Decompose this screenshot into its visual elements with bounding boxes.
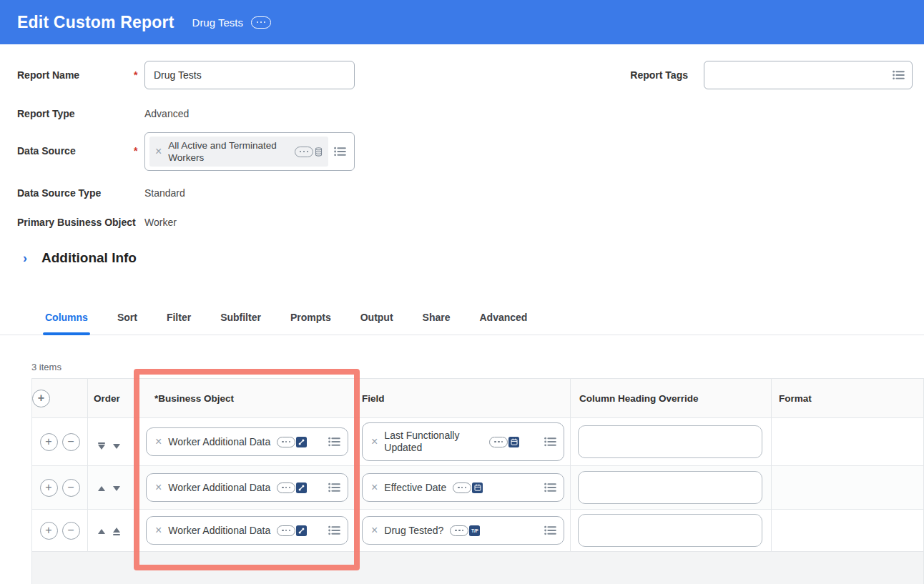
business-object-value: Worker Additional Data (168, 436, 270, 448)
tab-bar: ColumnsSortFilterSubfilterPromptsOutputS… (0, 312, 924, 335)
report-name-subtitle: Drug Tests (192, 16, 243, 29)
remove-selection-icon[interactable]: × (371, 436, 378, 447)
prompt-icon[interactable] (544, 482, 556, 493)
grid-footer (32, 552, 924, 584)
column-heading-override-input[interactable] (578, 471, 762, 504)
tab-share[interactable]: Share (423, 312, 451, 335)
data-source-value: All Active and Terminated Workers (168, 139, 288, 164)
data-source-database-icon (315, 147, 323, 157)
column-heading-override-input[interactable] (578, 425, 762, 458)
items-count: 3 items (31, 362, 924, 372)
tab-prompts[interactable]: Prompts (290, 312, 331, 335)
field-value: Effective Date (384, 482, 446, 494)
insert-row-button[interactable]: + (40, 433, 58, 451)
business-object-select[interactable]: ×Worker Additional Data (146, 473, 348, 502)
tab-filter[interactable]: Filter (167, 312, 191, 335)
format-cell (772, 418, 924, 466)
prompt-icon[interactable] (334, 147, 346, 157)
prompt-icon[interactable] (328, 525, 340, 535)
tab-advanced[interactable]: Advanced (480, 312, 528, 335)
report-name-label: Report Name (17, 69, 134, 81)
report-tags-input[interactable] (704, 61, 913, 89)
calendar-icon (508, 437, 519, 447)
primary-business-object-label: Primary Business Object (17, 217, 134, 228)
column-heading-override-input[interactable] (578, 514, 762, 547)
ellipsis-menu-icon[interactable] (277, 482, 295, 493)
true-false-icon: T/F (469, 525, 480, 536)
prompt-icon[interactable] (328, 437, 340, 447)
order-move-up-icon[interactable] (98, 486, 105, 491)
tab-output[interactable]: Output (360, 312, 393, 335)
data-source-type-label: Data Source Type (17, 187, 134, 199)
remove-selection-icon[interactable]: × (371, 525, 378, 536)
table-row: +−×Worker Additional Data×Drug Tested?T/… (32, 510, 924, 552)
report-subtitle: Drug Tests (192, 16, 271, 29)
remove-selection-icon[interactable]: × (155, 436, 162, 447)
data-source-selected-pill: × All Active and Terminated Workers (149, 137, 328, 167)
tab-subfilter[interactable]: Subfilter (220, 312, 261, 335)
column-header-format: Format (772, 379, 924, 418)
insert-row-button[interactable]: + (40, 522, 58, 540)
data-source-type-value: Standard (144, 187, 185, 199)
selection-icons (277, 437, 307, 447)
business-object-select[interactable]: ×Worker Additional Data (146, 516, 348, 545)
order-move-to-bottom-icon[interactable] (98, 442, 105, 450)
remove-selection-icon[interactable]: × (155, 482, 162, 493)
data-source-select[interactable]: × All Active and Terminated Workers (144, 132, 355, 171)
primary-business-object-value: Worker (144, 217, 177, 228)
selection-icons (453, 482, 483, 493)
order-controls (98, 486, 120, 491)
required-asterisk: * (134, 69, 144, 81)
ellipsis-menu-icon[interactable] (453, 482, 471, 493)
insert-row-button[interactable]: + (40, 479, 58, 497)
order-controls (98, 528, 120, 535)
column-header-column-heading-override: Column Heading Override (571, 379, 772, 418)
field-select[interactable]: ×Last Functionally Updated (362, 422, 564, 461)
additional-info-section[interactable]: › Additional Info (23, 250, 924, 266)
ellipsis-menu-icon[interactable] (277, 437, 295, 447)
report-type-label: Report Type (17, 108, 134, 119)
edit-custom-report-page: Edit Custom Report Drug Tests Report Nam… (0, 0, 924, 584)
remove-selection-icon[interactable]: × (155, 146, 162, 157)
ellipsis-menu-icon[interactable] (450, 525, 468, 536)
ellipsis-menu-icon[interactable] (277, 525, 295, 536)
column-header-order: Order (88, 379, 134, 418)
tab-columns[interactable]: Columns (45, 312, 88, 335)
calendar-icon (472, 482, 483, 493)
remove-row-button[interactable]: − (62, 433, 80, 451)
remove-row-button[interactable]: − (62, 479, 80, 497)
chevron-right-icon[interactable]: › (23, 252, 27, 264)
order-move-down-icon[interactable] (113, 486, 120, 491)
prompt-icon[interactable] (544, 437, 556, 447)
prompt-icon[interactable] (544, 525, 556, 535)
table-row: +−×Worker Additional Data×Last Functiona… (32, 418, 924, 466)
business-object-select[interactable]: ×Worker Additional Data (146, 427, 348, 456)
business-object-value: Worker Additional Data (168, 525, 270, 537)
format-cell (772, 510, 924, 552)
field-select[interactable]: ×Drug Tested?T/F (362, 516, 564, 545)
prompt-icon[interactable] (328, 482, 340, 493)
additional-info-heading: Additional Info (41, 250, 137, 266)
selection-icons (277, 525, 307, 536)
report-tags-label: Report Tags (630, 69, 688, 81)
tab-sort[interactable]: Sort (117, 312, 137, 335)
report-name-input[interactable] (144, 61, 355, 89)
order-move-up-icon[interactable] (98, 529, 105, 534)
app-header: Edit Custom Report Drug Tests (0, 0, 924, 44)
order-move-down-icon[interactable] (113, 444, 120, 449)
field-select[interactable]: ×Effective Date (362, 473, 564, 502)
ellipsis-menu-icon[interactable] (489, 437, 508, 447)
business-object-value: Worker Additional Data (168, 482, 270, 494)
order-move-to-top-icon[interactable] (113, 528, 120, 535)
ellipsis-menu-icon[interactable] (295, 147, 313, 157)
format-cell (772, 466, 924, 510)
remove-selection-icon[interactable]: × (371, 482, 378, 493)
selection-icons: T/F (450, 525, 480, 536)
related-actions-ellipsis-icon[interactable] (251, 16, 271, 29)
prompt-icon[interactable] (893, 70, 905, 80)
related-actions-icon (296, 482, 307, 493)
remove-selection-icon[interactable]: × (155, 525, 162, 536)
remove-row-button[interactable]: − (62, 522, 80, 540)
column-header-field: Field (356, 379, 571, 418)
add-row-button[interactable]: + (32, 390, 50, 407)
